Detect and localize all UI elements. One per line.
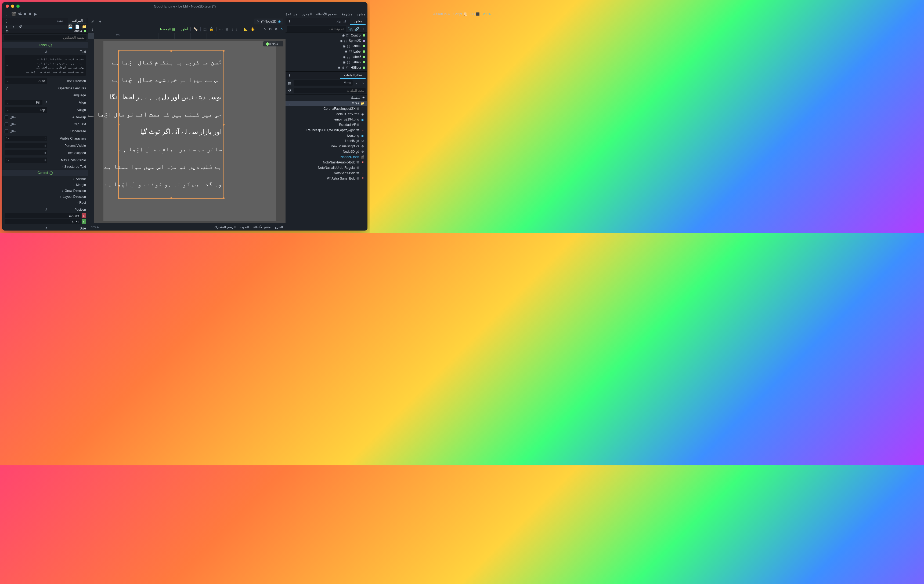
viewport-kebab-icon[interactable]: ⋮: [90, 27, 95, 31]
tab-import[interactable]: إستيراد: [333, 18, 350, 25]
prop-rect[interactable]: Rect‹: [2, 200, 88, 206]
expand-view-icon[interactable]: ⤢: [90, 19, 95, 24]
prop-structured-text[interactable]: Structured Text‹: [2, 164, 88, 169]
tree-node-hslider[interactable]: HSlider◉⊚⬚: [285, 65, 367, 70]
text-direction-dropdown[interactable]: ⌄Auto: [5, 78, 47, 84]
rotate-tool-icon[interactable]: ⟳: [269, 27, 272, 31]
expand-icon[interactable]: ⤢: [6, 63, 8, 67]
expand-opentype-icon[interactable]: ⤢: [5, 86, 9, 90]
tab-node[interactable]: عقدة: [53, 18, 67, 24]
section-control-header[interactable]: ◯Control: [2, 169, 88, 176]
menu-help[interactable]: مساعدة: [285, 12, 298, 16]
grid-snap-icon[interactable]: ⊞: [225, 27, 228, 31]
attach-script-icon[interactable]: 📎: [348, 27, 353, 31]
stop-icon[interactable]: ■: [24, 12, 26, 16]
tree-node-hslider2[interactable]: HSlider2◉⊚⬚: [285, 70, 367, 71]
script-slot-icon[interactable]: ⬚: [346, 33, 349, 37]
file-item[interactable]: FNotoNastaliqUrdu-Regular.ttf: [285, 165, 367, 170]
resize-handle[interactable]: [223, 124, 224, 126]
play-icon[interactable]: ▶: [34, 12, 37, 16]
visibility-icons[interactable]: ◉⬚: [343, 55, 350, 59]
tab-scene[interactable]: مشهد: [350, 18, 366, 25]
history-icon[interactable]: ↺: [18, 25, 23, 29]
pan-tool-icon[interactable]: ✋: [251, 27, 255, 31]
bottom-tab-animation[interactable]: الرسم المتحرك: [214, 225, 235, 229]
group-icon[interactable]: ⬚: [203, 27, 206, 31]
resize-handle[interactable]: [118, 197, 120, 199]
add-scene-icon[interactable]: +: [98, 19, 102, 24]
prop-margin[interactable]: Margin‹: [2, 182, 88, 188]
text-value-preview[interactable]: ⤢ حسن مہ گرچہ بہ ہنگام کمال اچّھا ہے اس …: [5, 55, 86, 76]
view-dropdown[interactable]: أظهر: [181, 27, 188, 31]
selected-node-bounds[interactable]: حُسنِ مہ گرچہ بہ ہنگام کمال اچّھا ہے اس …: [118, 51, 224, 199]
bottom-tab-audio[interactable]: الصوت: [240, 225, 249, 229]
menu-debug[interactable]: تصحيح الأخطاء: [316, 12, 337, 16]
visibility-icons[interactable]: ◉⊚⬚: [338, 66, 349, 69]
valign-dropdown[interactable]: ⌄Top: [5, 107, 47, 113]
align-dropdown[interactable]: ⌄Fill: [5, 100, 43, 105]
tree-node-label5[interactable]: Label5◉⬚: [285, 54, 367, 59]
prop-grow[interactable]: Grow Direction‹: [2, 188, 88, 194]
position-x-input[interactable]: ٤٨٠.٦٢٩: [5, 213, 81, 218]
tree-node-label3[interactable]: Label3◉⬚: [285, 43, 367, 49]
panel-kebab-icon[interactable]: ⋮: [4, 19, 9, 23]
menu-scene[interactable]: مشهد: [357, 12, 365, 16]
resize-handle[interactable]: [118, 50, 120, 52]
ruler-tool-icon[interactable]: 📐: [244, 27, 248, 31]
eye-icon[interactable]: ◉: [343, 44, 345, 48]
file-item[interactable]: ◧emoji_u2194.png: [285, 117, 367, 122]
resize-handle[interactable]: [223, 197, 224, 199]
prop-anchor[interactable]: Anchor‹: [2, 176, 88, 182]
bottom-tab-output[interactable]: الخرج: [275, 225, 283, 229]
open-icon[interactable]: 📄: [75, 25, 79, 29]
file-item[interactable]: FNotoNaskhArabic-Bold.ttf: [285, 160, 367, 165]
layout-dropdown[interactable]: ▦المخطط: [160, 27, 175, 31]
file-item[interactable]: ⚙Label6.gd: [285, 138, 367, 143]
filesystem-list[interactable]: FCoronaFaceImpactGX.ttf◉default_env.tres…: [285, 106, 367, 230]
eye-icon[interactable]: ◉: [340, 39, 342, 43]
bone-icon[interactable]: 🦴: [193, 27, 198, 31]
script-slot-icon[interactable]: ⬚: [344, 39, 347, 43]
panel-kebab-icon[interactable]: ⋮: [287, 19, 292, 24]
minimize-window-button[interactable]: [11, 5, 14, 8]
visible-chars-input[interactable]: ١-▴▾: [5, 136, 47, 141]
reset-icon[interactable]: ↺: [45, 100, 47, 104]
add-node-icon[interactable]: +: [361, 26, 366, 31]
max-lines-input[interactable]: ١-▴▾: [5, 158, 47, 163]
file-item[interactable]: FCoronaFaceImpactGX.ttf: [285, 106, 367, 111]
link-icon[interactable]: 🔗: [354, 27, 359, 31]
file-item[interactable]: FEstedad-VF.ttf: [285, 122, 367, 127]
nav-fwd-icon[interactable]: ›: [354, 81, 359, 85]
position-y-input[interactable]: ١١.٠٨١: [5, 219, 81, 224]
fs-settings-icon[interactable]: ⚙: [287, 88, 292, 94]
zoom-out-icon[interactable]: −: [280, 43, 281, 46]
settings-icon[interactable]: ⚙: [5, 29, 9, 33]
filesystem-header[interactable]: نظام الملفات: [340, 72, 366, 79]
bottom-tab-debugger[interactable]: منقح الأخطاء: [253, 225, 271, 229]
script-slot-icon[interactable]: ⬚: [347, 55, 350, 59]
visibility-icons[interactable]: ◉⬚: [343, 44, 350, 48]
reset-icon[interactable]: ↺: [45, 227, 47, 230]
visibility-icons[interactable]: ◉⬚: [345, 49, 352, 53]
history-fwd-icon[interactable]: ›: [11, 25, 16, 29]
file-item[interactable]: ◧icon.png: [285, 133, 367, 138]
move-tool-icon[interactable]: ✥: [275, 27, 278, 31]
play-scene-icon[interactable]: 🎬: [11, 12, 16, 16]
scene-tree[interactable]: Control◉⬚Sprite2D◉⬚Label3◉⬚Label◉⬚Label5…: [285, 33, 367, 71]
eye-icon[interactable]: ◉: [345, 49, 347, 53]
eye-icon[interactable]: ◉: [342, 33, 345, 37]
resize-handle[interactable]: [170, 50, 172, 52]
script-slot-icon[interactable]: ⬚: [347, 60, 350, 64]
viewport[interactable]: 500۱۰ − ٩٩.٨ % + ✱: [88, 33, 285, 223]
snap-settings-icon[interactable]: ⋯: [219, 27, 223, 31]
percent-input[interactable]: ١▴▾: [5, 143, 47, 148]
maximize-window-button[interactable]: [16, 5, 20, 8]
tree-node-label2[interactable]: Label2◉⬚: [285, 59, 367, 65]
scene-filter-input[interactable]: [287, 26, 346, 32]
tree-node-control[interactable]: Control◉⬚: [285, 33, 367, 38]
reset-icon[interactable]: ↺: [45, 208, 47, 212]
tab-inspector[interactable]: المراقب: [68, 18, 86, 24]
kebab-menu-icon[interactable]: ⋮: [4, 12, 8, 16]
clip-checkbox[interactable]: [5, 122, 8, 126]
section-label-header[interactable]: ◯Label: [2, 42, 88, 48]
